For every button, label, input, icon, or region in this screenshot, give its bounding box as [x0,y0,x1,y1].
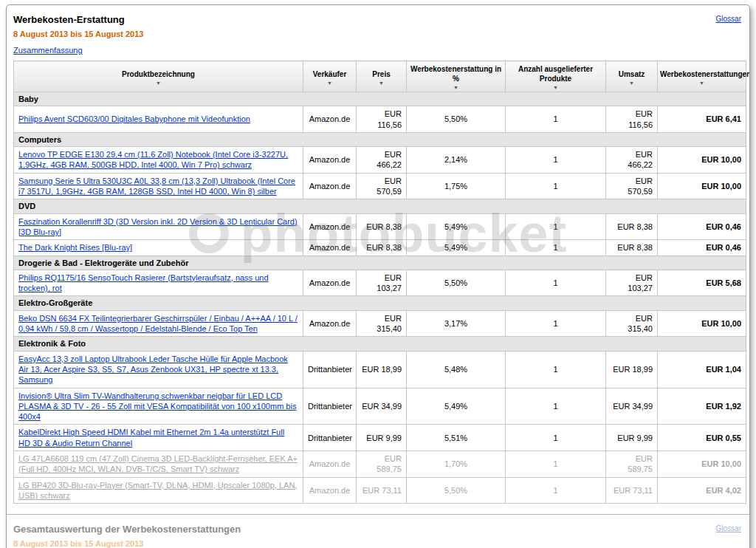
fee-cell: EUR 4,02 [658,477,746,504]
sort-down-icon[interactable]: ▼ [608,81,655,86]
product-link[interactable]: EasyAcc 13,3 zoll Laptop Ultrabook Leder… [18,355,288,385]
product-cell: KabelDirekt High Speed HDMI Kabel mit Et… [14,425,303,451]
price-cell: EUR 18,99 [357,351,407,388]
product-cell: Samsung Serie 5 Ultra 530U3C A0L 33,8 cm… [14,173,303,199]
product-cell: Philips Avent SCD603/00 Digitales Babyph… [14,106,303,133]
category-label: Baby [14,92,746,106]
product-link[interactable]: Beko DSN 6634 FX Teilintegrierbarer Gesc… [18,314,298,333]
quantity-cell: 1 [506,173,606,199]
product-cell: Invision® Ultra Slim TV-Wandhalterung sc… [14,388,303,425]
product-link[interactable]: The Dark Knight Rises [Blu-ray] [18,243,132,252]
column-header-quantity[interactable]: Anzahl ausgelieferter Produkte▼ [506,61,606,92]
table-row: Samsung Serie 5 Ultra 530U3C A0L 33,8 cm… [14,173,746,199]
category-label: Computers [14,132,746,146]
column-header-label: Anzahl ausgelieferter Produkte [508,64,603,83]
product-link[interactable]: Samsung Serie 5 Ultra 530U3C A0L 33,8 cm… [18,177,295,196]
report-panel: photobucket Werbekosten-Erstattung Gloss… [6,4,750,548]
seller-cell: Amazon.de [303,477,357,504]
column-header-label: Werbekostenerstattung in % [409,64,503,83]
page-title: Werbekosten-Erstattung [13,14,125,25]
category-label: Elektronik & Foto [14,337,746,351]
column-header-fee-percent[interactable]: Werbekostenerstattung in %▼ [407,61,506,92]
report-section-header: Werbekosten-Erstattung Glossar [13,14,743,25]
seller-cell: Amazon.de [303,106,357,133]
column-header-price[interactable]: Preis▼ [357,61,407,92]
product-cell: Philips RQ1175/16 SensoTouch Rasierer (B… [14,270,303,296]
table-row: Invision® Ultra Slim TV-Wandhalterung sc… [14,388,746,425]
product-cell: EasyAcc 13,3 zoll Laptop Ultrabook Leder… [14,351,303,388]
fee-cell: EUR 0,55 [658,425,746,451]
summary-glossary-link[interactable]: Glossar [716,524,741,532]
product-link[interactable]: LG 47LA6608 119 cm (47 Zoll) Cinema 3D L… [18,454,298,473]
column-header-label: Produktbezeichnung [16,69,300,79]
category-row: Drogerie & Bad - Elektrogeräte und Zubeh… [14,256,746,270]
report-table-header-row: Produktbezeichnung▼Verkäufer▼Preis▼Werbe… [14,61,746,92]
fee-cell: EUR 10,00 [658,173,746,199]
table-row: KabelDirekt High Speed HDMI Kabel mit Et… [14,425,746,451]
seller-cell: Amazon.de [303,173,357,199]
sort-down-icon[interactable]: ▼ [409,85,503,90]
product-link[interactable]: Philips Avent SCD603/00 Digitales Babyph… [18,114,250,123]
column-header-label: Verkäufer [306,69,354,79]
fee-percent-cell: 5,51% [407,425,506,451]
price-cell: EUR 570,59 [357,173,407,199]
summary-link[interactable]: Zusammenfassung [13,46,83,55]
price-cell: EUR 589,75 [357,451,407,478]
sort-down-icon[interactable]: ▼ [660,81,743,86]
report-date-range: 8 August 2013 bis 15 August 2013 [13,30,743,38]
sort-down-icon[interactable]: ▼ [16,81,300,86]
fee-percent-cell: 5,50% [407,106,506,133]
product-link[interactable]: Lenovo TP EDGE E130 29,4 cm (11,6 Zoll) … [18,150,288,169]
fee-percent-cell: 5,49% [407,213,506,240]
product-cell: Lenovo TP EDGE E130 29,4 cm (11,6 Zoll) … [14,147,303,174]
quantity-cell: 1 [506,477,606,504]
price-cell: EUR 9,99 [357,425,407,451]
price-cell: EUR 315,40 [357,310,407,337]
column-header-revenue[interactable]: Umsatz▼ [606,61,658,92]
seller-cell: Amazon.de [303,213,357,240]
category-row: Baby [14,92,746,106]
column-header-product[interactable]: Produktbezeichnung▼ [14,61,303,92]
table-row: EasyAcc 13,3 zoll Laptop Ultrabook Leder… [14,351,746,388]
summary-date-range: 8 August 2013 bis 15 August 2013 [13,539,743,548]
quantity-cell: 1 [506,106,606,133]
summary-section-header: Gesamtauswertung der Werbekostenerstattu… [13,524,743,535]
sort-down-icon[interactable]: ▼ [508,85,603,90]
column-header-label: Umsatz [608,69,655,79]
seller-cell: Amazon.de [303,451,357,478]
quantity-cell: 1 [506,147,606,174]
sort-down-icon[interactable]: ▼ [359,81,404,86]
revenue-cell: EUR 34,99 [606,388,658,425]
report-table: Produktbezeichnung▼Verkäufer▼Preis▼Werbe… [13,61,746,504]
column-header-seller[interactable]: Verkäufer▼ [303,61,357,92]
product-link[interactable]: Philips RQ1175/16 SensoTouch Rasierer (B… [18,273,269,292]
quantity-cell: 1 [506,388,606,425]
fee-percent-cell: 2,14% [407,147,506,174]
revenue-cell: EUR 103,27 [606,270,658,296]
product-link[interactable]: LG BP420 3D-Blu-ray-Player (Smart-TV, DL… [18,481,297,500]
sort-down-icon[interactable]: ▼ [306,81,354,86]
table-row: LG 47LA6608 119 cm (47 Zoll) Cinema 3D L… [14,451,746,478]
revenue-cell: EUR 315,40 [606,310,658,337]
seller-cell: Amazon.de [303,147,357,174]
product-link[interactable]: KabelDirekt High Speed HDMI Kabel mit Et… [18,428,284,447]
revenue-cell: EUR 466,22 [606,147,658,174]
price-cell: EUR 116,56 [357,106,407,133]
revenue-cell: EUR 8,38 [606,240,658,256]
column-header-fee[interactable]: Werbekostenerstattungen▼ [658,61,746,92]
glossary-link[interactable]: Glossar [716,15,741,23]
fee-cell: EUR 10,00 [658,451,746,478]
product-link[interactable]: Invision® Ultra Slim TV-Wandhalterung sc… [18,391,296,422]
price-cell: EUR 73,11 [357,477,407,504]
product-link[interactable]: Faszination Korallenriff 3D (3D Version … [18,217,298,236]
category-label: Drogerie & Bad - Elektrogeräte und Zubeh… [14,256,746,270]
table-row: LG BP420 3D-Blu-ray-Player (Smart-TV, DL… [14,477,746,504]
quantity-cell: 1 [506,351,606,388]
fee-percent-cell: 1,75% [407,173,506,199]
seller-cell: Drittanbieter [303,351,357,388]
product-cell: Beko DSN 6634 FX Teilintegrierbarer Gesc… [14,310,303,337]
price-cell: EUR 34,99 [357,388,407,425]
section-divider [7,514,749,515]
product-cell: The Dark Knight Rises [Blu-ray] [14,240,303,256]
fee-cell: EUR 1,04 [658,351,746,388]
